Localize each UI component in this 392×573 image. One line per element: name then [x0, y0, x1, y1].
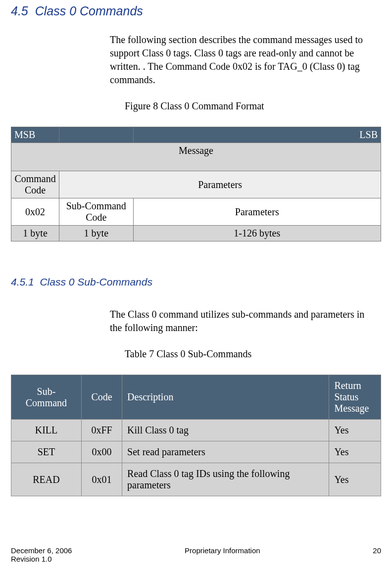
cell-ret: Yes — [329, 441, 381, 463]
parameters-label: Parameters — [59, 171, 381, 198]
cell-subcmd: KILL — [11, 420, 82, 441]
footer-page: 20 — [373, 546, 381, 555]
command-format-table: MSB LSB Message Command Code Parameters … — [11, 127, 381, 241]
cell-ret: Yes — [329, 463, 381, 496]
footer-revision: Revision 1.0 — [11, 555, 381, 563]
cell-desc: Set read parameters — [122, 441, 329, 463]
table-header-row: Sub-Command Code Description Return Stat… — [11, 375, 381, 420]
table-row: READ 0x01 Read Class 0 tag IDs using the… — [11, 463, 381, 496]
col-subcommand: Sub-Command — [11, 375, 82, 420]
table-row: 1 byte 1 byte 1-126 bytes — [11, 226, 381, 241]
figure-caption: Figure 8 Class 0 Command Format — [125, 100, 381, 112]
cell-subcmd: SET — [11, 441, 82, 463]
subsection-heading: 4.5.1 Class 0 Sub-Commands — [11, 276, 381, 288]
command-code-label: Command Code — [11, 171, 59, 198]
sub-command-code-label: Sub-Command Code — [59, 198, 133, 226]
table-row: 0x02 Sub-Command Code Parameters — [11, 198, 381, 226]
footer-center: Proprietary Information — [185, 546, 260, 555]
message-cell: Message — [11, 143, 381, 171]
cell-subcmd: READ — [11, 463, 82, 496]
section-number: 4.5 — [11, 4, 28, 18]
col-return: Return Status Message — [329, 375, 381, 420]
bytes-cmd: 1 byte — [11, 226, 59, 241]
cell-desc: Kill Class 0 tag — [122, 420, 329, 441]
cell-code: 0x00 — [81, 441, 122, 463]
header-spacer — [59, 127, 133, 143]
lsb-label: LSB — [133, 127, 381, 143]
subsection-intro: The Class 0 command utilizes sub-command… — [110, 308, 376, 334]
subsection-title-text: Class 0 Sub-Commands — [40, 276, 152, 287]
section-heading: 4.5 Class 0 Commands — [11, 4, 381, 18]
cell-desc: Read Class 0 tag IDs using the following… — [122, 463, 329, 496]
bytes-params: 1-126 bytes — [133, 226, 381, 241]
section-intro: The following section describes the comm… — [110, 33, 376, 87]
page-footer: December 6, 2006 Proprietary Information… — [11, 546, 381, 563]
parameters-label-2: Parameters — [133, 198, 381, 226]
bytes-sub: 1 byte — [59, 226, 133, 241]
table-row: SET 0x00 Set read parameters Yes — [11, 441, 381, 463]
table-row: Message — [11, 143, 381, 171]
command-code-value: 0x02 — [11, 198, 59, 226]
footer-date: December 6, 2006 — [11, 546, 72, 555]
table-row: KILL 0xFF Kill Class 0 tag Yes — [11, 420, 381, 441]
col-description: Description — [122, 375, 329, 420]
section-title-text: Class 0 Commands — [35, 4, 143, 18]
table-row: Command Code Parameters — [11, 171, 381, 198]
table-caption: Table 7 Class 0 Sub-Commands — [125, 348, 381, 360]
subsection-number: 4.5.1 — [11, 276, 34, 287]
col-code: Code — [81, 375, 122, 420]
cell-code: 0xFF — [81, 420, 122, 441]
msb-label: MSB — [11, 127, 59, 143]
cell-code: 0x01 — [81, 463, 122, 496]
cell-ret: Yes — [329, 420, 381, 441]
table-row: MSB LSB — [11, 127, 381, 143]
sub-commands-table: Sub-Command Code Description Return Stat… — [11, 375, 381, 496]
